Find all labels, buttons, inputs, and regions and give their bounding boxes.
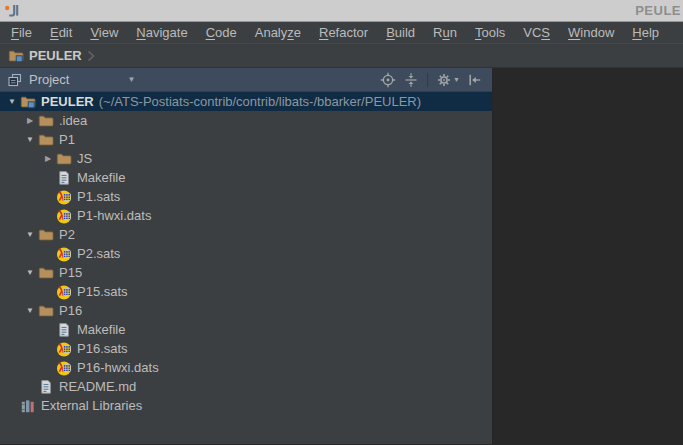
tree-row[interactable]: ▼P16 [0,301,492,320]
tree-row[interactable]: P16-hwxi.dats [0,358,492,377]
project-view-selector[interactable]: Project ▼ [7,72,135,88]
panel-header-actions: ▼ [376,70,486,90]
folder-icon [38,113,54,129]
tree-item-label: JS [77,151,92,166]
tree-item-label: P16 [59,303,82,318]
tree-item-label: P15 [59,265,82,280]
tree-item-label: External Libraries [41,398,142,413]
gear-icon [436,72,452,88]
window-title-bar: PEULE [0,0,683,22]
menu-item-run[interactable]: Run [424,23,466,42]
tree-expanded-arrow-icon[interactable]: ▼ [22,306,38,315]
project-panel-header: Project ▼ ▼ [0,68,492,91]
ats-file-icon [56,189,72,205]
collapse-all-button[interactable] [399,70,422,90]
tree-row[interactable]: Makefile [0,320,492,339]
tree-expanded-arrow-icon[interactable]: ▼ [22,268,38,277]
breadcrumb-label: PEULER [29,48,82,63]
menu-item-file[interactable]: File [2,23,41,42]
ats-file-icon [56,341,72,357]
chevron-right-icon [84,48,98,64]
menu-item-edit[interactable]: Edit [41,23,81,42]
hide-panel-button[interactable] [463,70,486,90]
tree-row[interactable]: README.md [0,377,492,396]
tree-item-label: .idea [59,113,87,128]
project-tree: ▼PEULER(~/ATS-Postiats-contrib/contrib/l… [0,91,492,444]
tree-row[interactable]: ▶JS [0,149,492,168]
menu-bar: FileEditViewNavigateCodeAnalyzeRefactorB… [0,22,683,43]
libraries-icon [20,398,36,414]
tree-row[interactable]: P16.sats [0,339,492,358]
tree-row[interactable]: ▶.idea [0,111,492,130]
window-title: PEULE [21,3,681,18]
tree-row[interactable]: P1.sats [0,187,492,206]
menu-item-vcs[interactable]: VCS [514,23,559,42]
tree-row[interactable]: Makefile [0,168,492,187]
tree-item-label: PEULER [41,94,94,109]
text-file-icon [56,322,72,338]
main-area: Project ▼ ▼ ▼PEULER(~/ATS-Postiats-contr… [0,68,683,444]
text-file-icon [38,379,54,395]
menu-item-tools[interactable]: Tools [466,23,514,42]
tree-item-label: P1 [59,132,75,147]
menu-item-window[interactable]: Window [559,23,623,42]
menu-item-build[interactable]: Build [377,23,424,42]
menu-item-view[interactable]: View [81,23,127,42]
toolbar-divider [427,73,428,87]
folder-icon [38,227,54,243]
text-file-icon [56,170,72,186]
tree-row[interactable]: P2.sats [0,244,492,263]
project-panel-title: Project [29,72,69,87]
folder-icon [38,132,54,148]
project-folder-icon [8,48,24,64]
folder-icon [38,303,54,319]
menu-item-analyze[interactable]: Analyze [246,23,310,42]
menu-item-help[interactable]: Help [623,23,668,42]
tree-collapsed-arrow-icon[interactable]: ▶ [40,154,56,163]
tree-row[interactable]: External Libraries [0,396,492,415]
project-tool-icon [7,72,23,88]
settings-gear-button[interactable]: ▼ [433,70,463,90]
tree-row[interactable]: ▼P2 [0,225,492,244]
tree-expanded-arrow-icon[interactable]: ▼ [22,230,38,239]
locate-file-button[interactable] [376,70,399,90]
project-tool-window: Project ▼ ▼ ▼PEULER(~/ATS-Postiats-contr… [0,68,493,444]
tree-row[interactable]: P15.sats [0,282,492,301]
tree-row[interactable]: ▼P1 [0,130,492,149]
menu-item-refactor[interactable]: Refactor [310,23,377,42]
intellij-logo-icon [3,2,21,20]
folder-icon [38,265,54,281]
tree-row[interactable]: P1-hwxi.dats [0,206,492,225]
ats-file-icon [56,208,72,224]
tree-item-label: P16-hwxi.dats [77,360,159,375]
tree-item-label: P2.sats [77,246,120,261]
chevron-down-icon: ▼ [127,75,135,84]
tree-item-label: P1-hwxi.dats [77,208,151,223]
folder-icon [56,151,72,167]
tree-collapsed-arrow-icon[interactable]: ▶ [22,116,38,125]
ats-file-icon [56,284,72,300]
ats-file-icon [56,360,72,376]
tree-item-label: P15.sats [77,284,128,299]
tree-row[interactable]: ▼P15 [0,263,492,282]
project-root-path: (~/ATS-Postiats-contrib/contrib/libats-/… [99,94,421,109]
tree-item-label: Makefile [77,170,125,185]
tree-item-label: P16.sats [77,341,128,356]
menu-item-code[interactable]: Code [197,23,246,42]
navigation-bar: PEULER [0,43,683,68]
tree-item-label: README.md [59,379,136,394]
tree-expanded-arrow-icon[interactable]: ▼ [22,135,38,144]
tree-row[interactable]: ▼PEULER(~/ATS-Postiats-contrib/contrib/l… [0,92,492,111]
menu-item-navigate[interactable]: Navigate [127,23,196,42]
tree-item-label: P2 [59,227,75,242]
tree-expanded-arrow-icon[interactable]: ▼ [4,97,20,106]
tree-item-label: P1.sats [77,189,120,204]
ats-file-icon [56,246,72,262]
project-folder-icon [20,94,36,110]
gear-dropdown-arrow-icon: ▼ [453,76,460,83]
editor-area [493,68,683,444]
breadcrumb-project[interactable]: PEULER [8,48,82,64]
tree-item-label: Makefile [77,322,125,337]
